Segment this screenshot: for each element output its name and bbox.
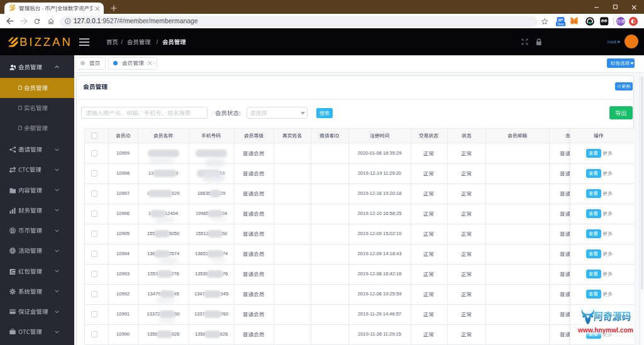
svg-text:New: New <box>557 22 565 26</box>
